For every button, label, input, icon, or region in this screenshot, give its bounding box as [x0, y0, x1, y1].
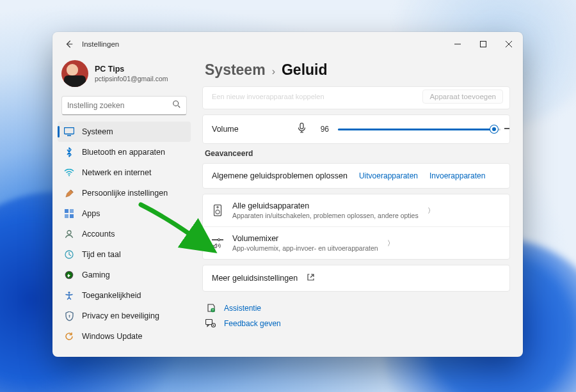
svg-rect-4: [65, 209, 68, 213]
minimize-button[interactable]: [445, 35, 470, 54]
svg-rect-21: [206, 320, 212, 325]
assist-link-row[interactable]: ? Assistentie: [205, 303, 508, 313]
output-devices-link[interactable]: Uitvoerapparaten: [359, 171, 418, 180]
volume-mixer-title: Volumemixer: [232, 234, 378, 243]
footer-links: ? Assistentie Feedback geven: [202, 297, 510, 328]
svg-point-18: [218, 239, 220, 240]
avatar: [61, 60, 88, 87]
accessibility-icon: [64, 290, 74, 301]
feedback-link-row[interactable]: Feedback geven: [205, 319, 508, 328]
svg-point-17: [216, 210, 220, 214]
chevron-right-icon: 〉: [428, 206, 435, 216]
sidebar-item-label: Privacy en beveiliging: [82, 311, 159, 320]
assist-link[interactable]: Assistentie: [224, 304, 261, 313]
feedback-link[interactable]: Feedback geven: [224, 319, 281, 328]
nav-list: Systeem Bluetooth en apparaten Netwerk e…: [58, 122, 191, 347]
volume-value: 96: [315, 125, 329, 134]
troubleshoot-title: Algemene geluidsproblemen oplossen: [212, 171, 348, 180]
sidebar-item-accounts[interactable]: Accounts: [58, 224, 191, 244]
advanced-section-label: Geavanceerd: [205, 149, 510, 158]
sidebar-item-label: Netwerk en internet: [82, 168, 151, 177]
mixer-icon: [212, 238, 223, 248]
minimize-icon: [454, 41, 461, 47]
sidebar-item-label: Systeem: [82, 127, 113, 136]
sidebar-item-accessibility[interactable]: Toegankelijkheid: [58, 285, 191, 306]
all-devices-row[interactable]: Alle geluidsapparaten Apparaten in/uitsc…: [203, 194, 509, 226]
system-icon: [64, 127, 74, 137]
titlebar: Instellingen: [52, 32, 523, 56]
svg-rect-2: [65, 128, 74, 134]
external-link-icon: [307, 272, 315, 284]
svg-rect-7: [70, 214, 74, 218]
sidebar-item-bluetooth[interactable]: Bluetooth en apparaten: [58, 142, 191, 162]
sidebar-item-label: Windows Update: [82, 332, 143, 341]
sidebar-item-network[interactable]: Netwerk en internet: [58, 162, 191, 183]
sidebar-item-label: Persoonlijke instellingen: [82, 189, 168, 198]
sidebar-item-gaming[interactable]: Gaming: [58, 265, 191, 285]
svg-point-8: [67, 231, 71, 235]
maximize-button[interactable]: [470, 35, 496, 54]
feedback-icon: [205, 319, 216, 328]
personalize-icon: [64, 188, 74, 198]
profile-email: pctipsinfo01@gmail.com: [95, 75, 168, 82]
breadcrumb: Systeem › Geluid: [202, 59, 510, 86]
sidebar-item-label: Tijd en taal: [82, 250, 121, 259]
volume-mixer-row[interactable]: Volumemixer App-volumemix, app-invoer- e…: [203, 226, 509, 259]
search-icon: [172, 100, 181, 111]
breadcrumb-current: Geluid: [282, 61, 328, 79]
sidebar-item-label: Bluetooth en apparaten: [82, 148, 165, 157]
svg-point-3: [68, 175, 70, 176]
microphone-icon[interactable]: [298, 123, 306, 136]
all-devices-title: Alle geluidsapparaten: [232, 201, 419, 210]
help-icon: ?: [205, 303, 216, 313]
chevron-right-icon: 〉: [387, 239, 394, 248]
svg-rect-0: [481, 42, 486, 47]
devices-list-card: Alle geluidsapparaten Apparaten in/uitsc…: [202, 194, 510, 260]
privacy-icon: [64, 311, 74, 321]
sidebar-item-update[interactable]: Windows Update: [58, 326, 191, 347]
content-pane: Systeem › Geluid Een nieuw invoerapparaa…: [195, 56, 523, 357]
sidebar-item-apps[interactable]: Apps: [58, 203, 191, 224]
search-input-wrap[interactable]: [61, 96, 187, 115]
time-icon: [64, 249, 74, 260]
accounts-icon: [64, 229, 74, 239]
all-devices-sub: Apparaten in/uitschakelen, problemen opl…: [232, 212, 419, 219]
sidebar-item-privacy[interactable]: Privacy en beveiliging: [58, 306, 191, 326]
troubleshoot-card: Algemene geluidsproblemen oplossen Uitvo…: [202, 163, 510, 189]
sidebar-item-system[interactable]: Systeem: [58, 122, 191, 142]
settings-window: Instellingen PC Tips pctipsinfo01@gmail.…: [52, 32, 523, 357]
svg-point-12: [68, 292, 70, 294]
gaming-icon: [64, 270, 74, 280]
svg-rect-6: [65, 214, 68, 218]
close-icon: [506, 41, 512, 47]
pair-device-text: Een nieuw invoerapparaat koppelen: [212, 93, 415, 100]
close-button[interactable]: [496, 35, 522, 54]
svg-point-13: [68, 315, 70, 316]
profile-name: PC Tips: [95, 65, 168, 75]
search-input[interactable]: [67, 101, 172, 110]
svg-point-1: [173, 101, 179, 106]
sidebar-item-label: Accounts: [82, 230, 115, 239]
sidebar-item-time[interactable]: Tijd en taal: [58, 244, 191, 265]
chevron-right-icon: ›: [272, 66, 275, 77]
sidebar-item-label: Apps: [82, 209, 100, 218]
svg-point-16: [217, 207, 218, 208]
volume-label: Volume: [212, 125, 289, 134]
add-device-button[interactable]: Apparaat toevoegen: [422, 90, 503, 104]
speaker-icon: [212, 205, 223, 216]
breadcrumb-parent[interactable]: Systeem: [205, 61, 266, 79]
arrow-left-icon: [65, 40, 74, 49]
apps-icon: [64, 208, 74, 219]
volume-slider[interactable]: [338, 124, 500, 134]
back-button[interactable]: [60, 35, 78, 53]
window-title: Instellingen: [82, 40, 119, 48]
input-devices-link[interactable]: Invoerapparaten: [429, 171, 485, 180]
update-icon: [64, 331, 74, 341]
profile-block[interactable]: PC Tips pctipsinfo01@gmail.com: [58, 56, 191, 96]
more-settings-row[interactable]: Meer geluidsinstellingen: [203, 265, 509, 291]
volume-card: Volume 96: [202, 114, 510, 144]
sidebar-item-personalize[interactable]: Persoonlijke instellingen: [58, 183, 191, 203]
pair-device-card[interactable]: Een nieuw invoerapparaat koppelen Appara…: [202, 86, 510, 109]
maximize-icon: [480, 41, 486, 47]
bluetooth-icon: [64, 147, 74, 157]
